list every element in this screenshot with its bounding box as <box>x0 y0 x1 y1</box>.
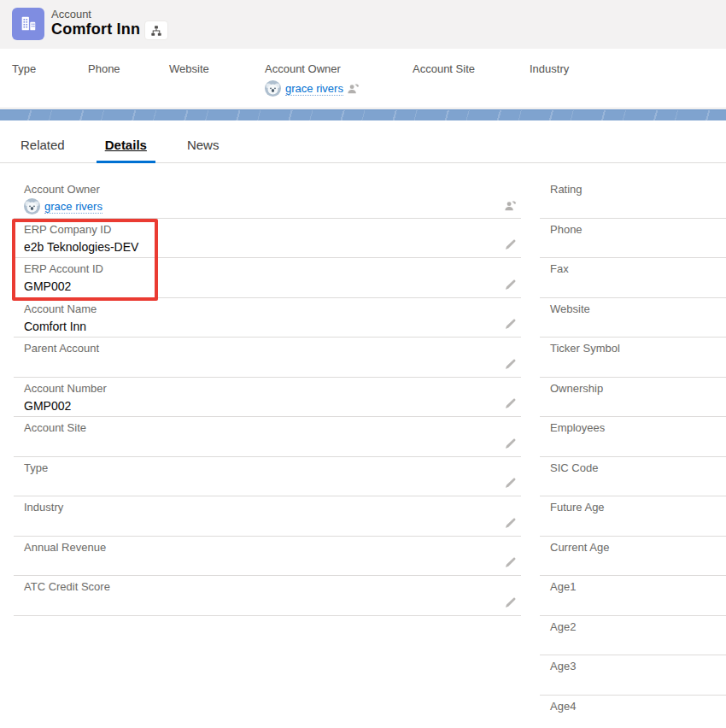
field-row-rating: Rating <box>540 179 726 219</box>
field-label: Type <box>24 461 499 475</box>
owner-link[interactable]: grace rivers <box>44 200 102 214</box>
edit-field-button[interactable] <box>504 596 517 609</box>
user-avatar <box>24 198 40 214</box>
field-row-age1: Age1 <box>540 576 726 616</box>
field-label: Phone <box>88 62 120 75</box>
highlight-field-website: Website <box>169 62 209 75</box>
tab-news[interactable]: News <box>179 130 228 163</box>
edit-field-button[interactable] <box>504 477 517 490</box>
field-label: Ownership <box>550 381 723 396</box>
highlights-row: TypePhoneWebsiteAccount Ownergrace river… <box>0 49 726 108</box>
edit-field-button[interactable] <box>504 358 517 371</box>
field-row-account-owner: Account Ownergrace rivers <box>14 179 521 219</box>
section-divider <box>0 108 726 109</box>
field-row-annual-revenue: Annual Revenue <box>14 537 521 577</box>
field-label: Type <box>12 62 36 75</box>
owner-field-value: grace rivers <box>265 80 360 97</box>
owner-link[interactable]: grace rivers <box>285 82 343 96</box>
change-owner-button[interactable] <box>504 199 517 212</box>
edit-field-button[interactable] <box>504 318 517 331</box>
field-row-phone: Phone <box>540 219 726 259</box>
field-row-current-age: Current Age <box>540 537 726 577</box>
field-label: Website <box>169 62 209 75</box>
edit-field-button[interactable] <box>504 517 517 530</box>
field-row-age4: Age4 <box>540 696 726 728</box>
owner-field-value: grace rivers <box>24 198 499 214</box>
field-label: Account Site <box>413 62 475 75</box>
highlight-field-industry: Industry <box>530 62 569 75</box>
field-row-account-number: Account NumberGMP002 <box>14 378 521 418</box>
field-label: ATC Credit Score <box>24 579 499 594</box>
field-row-account-name: Account NameComfort Inn <box>14 298 521 338</box>
field-label: Age2 <box>550 619 723 634</box>
change-owner-icon[interactable] <box>347 82 360 95</box>
field-label: Employees <box>550 420 723 435</box>
edit-field-button[interactable] <box>504 437 517 450</box>
field-label: Phone <box>550 222 723 237</box>
field-row-erp-company-id: ERP Company IDe2b Teknologies-DEV <box>14 219 521 259</box>
highlight-field-account-site: Account Site <box>413 62 475 75</box>
field-label: Website <box>550 302 723 316</box>
edit-field-button[interactable] <box>504 238 517 251</box>
edit-field-button[interactable] <box>504 279 517 291</box>
field-label: Industry <box>530 62 569 75</box>
details-left-column: Account Ownergrace riversERP Company IDe… <box>14 179 521 616</box>
field-label: Age1 <box>550 579 723 594</box>
field-row-sic-code: SIC Code <box>540 457 726 497</box>
field-label: Age3 <box>550 659 723 673</box>
field-label: SIC Code <box>550 461 723 475</box>
field-row-fax: Fax <box>540 258 726 298</box>
field-row-type: Type <box>14 457 521 497</box>
field-row-atc-credit-score: ATC Credit Score <box>14 576 521 616</box>
highlight-field-type: Type <box>12 62 36 75</box>
field-value: Comfort Inn <box>24 319 499 334</box>
field-label: Account Owner <box>24 182 499 197</box>
record-header: Account Comfort Inn <box>0 0 726 49</box>
field-label: Industry <box>24 500 499 514</box>
path-banner <box>0 109 726 120</box>
account-record-page: Account Comfort Inn TypePhoneWebsiteAcco… <box>0 0 726 728</box>
field-label: Fax <box>550 261 723 276</box>
field-row-ownership: Ownership <box>540 378 726 418</box>
field-label: Ticker Symbol <box>550 341 723 355</box>
field-value: GMP002 <box>24 279 499 294</box>
hierarchy-icon <box>150 25 162 37</box>
field-row-website: Website <box>540 298 726 338</box>
tab-related[interactable]: Related <box>12 130 73 163</box>
field-label: Future Age <box>550 500 723 514</box>
field-row-age3: Age3 <box>540 655 726 696</box>
account-entity-icon <box>12 8 44 40</box>
field-row-age2: Age2 <box>540 616 726 656</box>
tab-bar: RelatedDetailsNews <box>0 130 726 163</box>
entity-label: Account <box>51 8 91 21</box>
highlight-field-account-owner: Account Ownergrace rivers <box>265 62 360 97</box>
view-hierarchy-button[interactable] <box>144 21 168 40</box>
field-label: Current Age <box>550 540 723 555</box>
field-label: Annual Revenue <box>24 540 499 555</box>
field-label: Parent Account <box>24 341 499 355</box>
highlight-field-phone: Phone <box>88 62 120 75</box>
field-row-account-site: Account Site <box>14 417 521 457</box>
user-avatar <box>265 80 281 97</box>
edit-field-button[interactable] <box>504 556 517 569</box>
field-label: Rating <box>550 182 723 197</box>
field-row-parent-account: Parent Account <box>14 338 521 378</box>
field-value: GMP002 <box>24 398 499 414</box>
buildings-icon <box>19 15 38 33</box>
field-row-erp-account-id: ERP Account IDGMP002 <box>14 258 521 298</box>
field-row-industry: Industry <box>14 496 521 537</box>
field-value: e2b Teknologies-DEV <box>24 239 499 255</box>
field-label: ERP Account ID <box>24 261 499 276</box>
details-right-column: RatingPhoneFaxWebsiteTicker SymbolOwners… <box>540 179 726 728</box>
field-row-ticker-symbol: Ticker Symbol <box>540 338 726 378</box>
edit-field-button[interactable] <box>504 397 517 410</box>
field-label: Age4 <box>550 699 723 713</box>
field-label: Account Site <box>24 420 499 435</box>
field-label: Account Name <box>24 302 499 316</box>
field-row-employees: Employees <box>540 417 726 457</box>
tab-details[interactable]: Details <box>97 130 155 163</box>
field-label: ERP Company ID <box>24 222 499 237</box>
field-label: Account Owner <box>265 62 360 75</box>
field-label: Account Number <box>24 381 499 396</box>
field-row-future-age: Future Age <box>540 496 726 537</box>
